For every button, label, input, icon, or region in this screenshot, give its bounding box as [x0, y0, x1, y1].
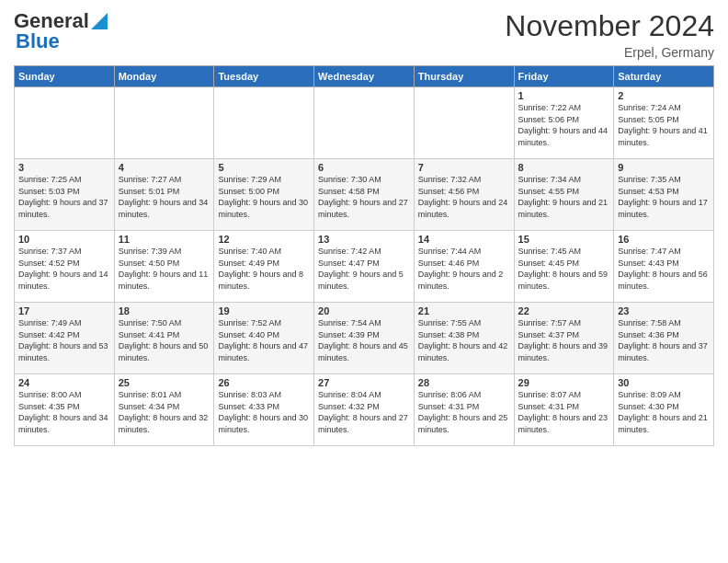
- day-number: 23: [618, 305, 710, 316]
- day-info: Sunrise: 7:47 AM Sunset: 4:43 PM Dayligh…: [618, 246, 710, 292]
- week-row-1: 1Sunrise: 7:22 AM Sunset: 5:06 PM Daylig…: [15, 87, 714, 159]
- title-block: November 2024 Erpel, Germany: [505, 9, 714, 60]
- day-cell: 16Sunrise: 7:47 AM Sunset: 4:43 PM Dayli…: [614, 231, 714, 303]
- day-info: Sunrise: 8:03 AM Sunset: 4:33 PM Dayligh…: [218, 389, 310, 435]
- day-info: Sunrise: 8:07 AM Sunset: 4:31 PM Dayligh…: [518, 389, 610, 435]
- week-row-3: 10Sunrise: 7:37 AM Sunset: 4:52 PM Dayli…: [15, 231, 714, 303]
- day-cell: 1Sunrise: 7:22 AM Sunset: 5:06 PM Daylig…: [514, 87, 614, 159]
- day-number: 6: [318, 162, 410, 173]
- day-number: 5: [218, 162, 310, 173]
- day-cell: [214, 87, 314, 159]
- day-number: 15: [518, 234, 610, 245]
- day-number: 20: [318, 305, 410, 316]
- day-info: Sunrise: 7:37 AM Sunset: 4:52 PM Dayligh…: [18, 246, 110, 292]
- day-cell: 22Sunrise: 7:57 AM Sunset: 4:37 PM Dayli…: [514, 303, 614, 374]
- day-number: 28: [418, 377, 510, 388]
- week-row-5: 24Sunrise: 8:00 AM Sunset: 4:35 PM Dayli…: [15, 374, 714, 446]
- day-info: Sunrise: 7:42 AM Sunset: 4:47 PM Dayligh…: [318, 246, 410, 292]
- col-thursday: Thursday: [414, 66, 514, 87]
- day-number: 21: [418, 305, 510, 316]
- day-number: 4: [119, 162, 210, 173]
- location: Erpel, Germany: [505, 45, 714, 60]
- day-number: 12: [218, 234, 310, 245]
- day-cell: 9Sunrise: 7:35 AM Sunset: 4:53 PM Daylig…: [614, 159, 714, 231]
- day-info: Sunrise: 7:32 AM Sunset: 4:56 PM Dayligh…: [418, 174, 510, 220]
- logo: General Blue: [14, 9, 108, 53]
- day-number: 26: [218, 377, 310, 388]
- day-info: Sunrise: 7:55 AM Sunset: 4:38 PM Dayligh…: [418, 317, 510, 363]
- day-cell: 11Sunrise: 7:39 AM Sunset: 4:50 PM Dayli…: [114, 231, 214, 303]
- day-cell: 25Sunrise: 8:01 AM Sunset: 4:34 PM Dayli…: [114, 374, 214, 446]
- day-info: Sunrise: 7:49 AM Sunset: 4:42 PM Dayligh…: [18, 317, 110, 363]
- day-cell: 12Sunrise: 7:40 AM Sunset: 4:49 PM Dayli…: [214, 231, 314, 303]
- day-cell: 8Sunrise: 7:34 AM Sunset: 4:55 PM Daylig…: [514, 159, 614, 231]
- day-info: Sunrise: 7:58 AM Sunset: 4:36 PM Dayligh…: [618, 317, 710, 363]
- day-info: Sunrise: 8:09 AM Sunset: 4:30 PM Dayligh…: [618, 389, 710, 435]
- day-number: 14: [418, 234, 510, 245]
- day-number: 8: [518, 162, 610, 173]
- day-cell: [114, 87, 214, 159]
- day-cell: 29Sunrise: 8:07 AM Sunset: 4:31 PM Dayli…: [514, 374, 614, 446]
- calendar-table: Sunday Monday Tuesday Wednesday Thursday…: [14, 65, 714, 446]
- day-number: 17: [18, 305, 110, 316]
- day-cell: 30Sunrise: 8:09 AM Sunset: 4:30 PM Dayli…: [614, 374, 714, 446]
- day-info: Sunrise: 7:25 AM Sunset: 5:03 PM Dayligh…: [18, 174, 110, 220]
- day-cell: 20Sunrise: 7:54 AM Sunset: 4:39 PM Dayli…: [314, 303, 415, 374]
- day-cell: 15Sunrise: 7:45 AM Sunset: 4:45 PM Dayli…: [514, 231, 614, 303]
- day-info: Sunrise: 8:00 AM Sunset: 4:35 PM Dayligh…: [18, 389, 110, 435]
- day-info: Sunrise: 7:57 AM Sunset: 4:37 PM Dayligh…: [518, 317, 610, 363]
- day-number: 24: [18, 377, 110, 388]
- day-cell: 23Sunrise: 7:58 AM Sunset: 4:36 PM Dayli…: [614, 303, 714, 374]
- day-cell: 7Sunrise: 7:32 AM Sunset: 4:56 PM Daylig…: [414, 159, 514, 231]
- week-row-4: 17Sunrise: 7:49 AM Sunset: 4:42 PM Dayli…: [15, 303, 714, 374]
- day-cell: 4Sunrise: 7:27 AM Sunset: 5:01 PM Daylig…: [114, 159, 214, 231]
- col-wednesday: Wednesday: [314, 66, 415, 87]
- header-row: Sunday Monday Tuesday Wednesday Thursday…: [15, 66, 714, 87]
- day-number: 7: [418, 162, 510, 173]
- day-cell: 26Sunrise: 8:03 AM Sunset: 4:33 PM Dayli…: [214, 374, 314, 446]
- day-info: Sunrise: 7:27 AM Sunset: 5:01 PM Dayligh…: [119, 174, 210, 220]
- day-number: 2: [618, 90, 710, 101]
- day-cell: 21Sunrise: 7:55 AM Sunset: 4:38 PM Dayli…: [414, 303, 514, 374]
- day-info: Sunrise: 7:34 AM Sunset: 4:55 PM Dayligh…: [518, 174, 610, 220]
- col-tuesday: Tuesday: [214, 66, 314, 87]
- col-friday: Friday: [514, 66, 614, 87]
- col-sunday: Sunday: [15, 66, 115, 87]
- day-number: 11: [119, 234, 210, 245]
- day-number: 30: [618, 377, 710, 388]
- day-cell: 5Sunrise: 7:29 AM Sunset: 5:00 PM Daylig…: [214, 159, 314, 231]
- col-saturday: Saturday: [614, 66, 714, 87]
- day-cell: 19Sunrise: 7:52 AM Sunset: 4:40 PM Dayli…: [214, 303, 314, 374]
- day-cell: 10Sunrise: 7:37 AM Sunset: 4:52 PM Dayli…: [15, 231, 115, 303]
- day-number: 16: [618, 234, 710, 245]
- day-number: 18: [119, 305, 210, 316]
- day-info: Sunrise: 7:44 AM Sunset: 4:46 PM Dayligh…: [418, 246, 510, 292]
- day-cell: [314, 87, 415, 159]
- day-info: Sunrise: 7:50 AM Sunset: 4:41 PM Dayligh…: [119, 317, 210, 363]
- header: General Blue November 2024 Erpel, German…: [14, 9, 714, 60]
- day-info: Sunrise: 7:35 AM Sunset: 4:53 PM Dayligh…: [618, 174, 710, 220]
- day-number: 9: [618, 162, 710, 173]
- day-cell: 3Sunrise: 7:25 AM Sunset: 5:03 PM Daylig…: [15, 159, 115, 231]
- month-title: November 2024: [505, 9, 714, 43]
- day-cell: 13Sunrise: 7:42 AM Sunset: 4:47 PM Dayli…: [314, 231, 415, 303]
- day-number: 27: [318, 377, 410, 388]
- day-info: Sunrise: 7:39 AM Sunset: 4:50 PM Dayligh…: [119, 246, 210, 292]
- day-number: 29: [518, 377, 610, 388]
- day-number: 10: [18, 234, 110, 245]
- day-cell: 17Sunrise: 7:49 AM Sunset: 4:42 PM Dayli…: [15, 303, 115, 374]
- day-info: Sunrise: 8:04 AM Sunset: 4:32 PM Dayligh…: [318, 389, 410, 435]
- day-cell: 6Sunrise: 7:30 AM Sunset: 4:58 PM Daylig…: [314, 159, 415, 231]
- col-monday: Monday: [114, 66, 214, 87]
- day-info: Sunrise: 7:30 AM Sunset: 4:58 PM Dayligh…: [318, 174, 410, 220]
- day-info: Sunrise: 7:54 AM Sunset: 4:39 PM Dayligh…: [318, 317, 410, 363]
- day-cell: 18Sunrise: 7:50 AM Sunset: 4:41 PM Dayli…: [114, 303, 214, 374]
- day-cell: 28Sunrise: 8:06 AM Sunset: 4:31 PM Dayli…: [414, 374, 514, 446]
- day-info: Sunrise: 7:29 AM Sunset: 5:00 PM Dayligh…: [218, 174, 310, 220]
- week-row-2: 3Sunrise: 7:25 AM Sunset: 5:03 PM Daylig…: [15, 159, 714, 231]
- logo-triangle-icon: [91, 13, 108, 29]
- day-number: 19: [218, 305, 310, 316]
- day-info: Sunrise: 8:06 AM Sunset: 4:31 PM Dayligh…: [418, 389, 510, 435]
- day-cell: 2Sunrise: 7:24 AM Sunset: 5:05 PM Daylig…: [614, 87, 714, 159]
- logo-blue: Blue: [16, 29, 60, 53]
